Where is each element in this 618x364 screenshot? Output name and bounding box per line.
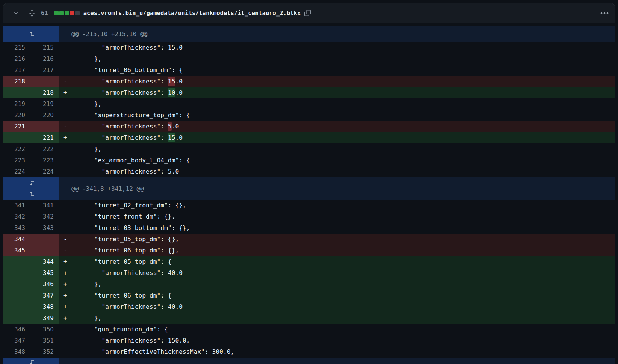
new-line-number[interactable]: 223 [27, 155, 54, 166]
new-line-number[interactable]: 346 [27, 279, 54, 290]
fold-down-icon [28, 359, 34, 364]
code-text: "turret_06_top_dm": { [72, 292, 172, 299]
code-line: "armorThickness": 15.0 [59, 42, 615, 53]
diff-marker: + [63, 256, 71, 267]
code-text: "armorThickness": [72, 78, 168, 85]
changed-word-highlight: 15 [168, 133, 175, 142]
new-line-number[interactable]: 220 [27, 110, 54, 121]
new-line-number[interactable]: 217 [27, 65, 54, 76]
old-line-number[interactable]: 348 [3, 346, 25, 358]
hunk-expander-column [3, 26, 59, 42]
code-line: + "armorThickness": 40.0 [59, 267, 615, 279]
line-number-gutter: 215215 [3, 42, 59, 53]
new-line-number[interactable]: 345 [27, 267, 54, 279]
new-line-number[interactable]: 352 [27, 346, 54, 358]
expand-down-button[interactable] [3, 177, 59, 189]
code-line: "superstructure_top_dm": { [59, 110, 615, 121]
old-line-number[interactable]: 347 [3, 335, 25, 346]
line-number-gutter: 221 [3, 132, 59, 143]
new-line-number[interactable]: 224 [27, 166, 54, 177]
old-line-number[interactable]: 345 [3, 245, 25, 256]
collapse-file-button[interactable] [12, 10, 19, 17]
new-line-number[interactable]: 348 [27, 301, 54, 313]
code-text: "turret_02_front_dm": {}, [72, 202, 186, 209]
copy-path-button[interactable] [304, 10, 311, 17]
line-number-gutter: 223223 [3, 155, 59, 166]
old-line-number[interactable]: 216 [3, 53, 25, 65]
code-text: "turret_front_dm": {}, [72, 213, 175, 220]
old-line-number[interactable]: 217 [3, 65, 25, 76]
diff-row: 215215 "armorThickness": 15.0 [3, 42, 615, 53]
new-line-number[interactable] [27, 121, 54, 132]
old-line-number[interactable]: 346 [3, 324, 25, 335]
old-line-number[interactable]: 219 [3, 98, 25, 110]
new-line-number[interactable]: 343 [27, 222, 54, 234]
diff-row: 345- "turret_06_top_dm": {}, [3, 245, 615, 256]
new-line-number[interactable]: 342 [27, 211, 54, 222]
old-line-number[interactable] [3, 132, 25, 143]
old-line-number[interactable] [3, 301, 25, 313]
diff-row: 220220 "superstructure_top_dm": { [3, 110, 615, 121]
old-line-number[interactable] [3, 87, 25, 98]
old-line-number[interactable]: 218 [3, 76, 25, 87]
new-line-number[interactable]: 216 [27, 53, 54, 65]
diff-row: 218+ "armorThickness": 10.0 [3, 87, 615, 98]
code-line: - "turret_05_top_dm": {}, [59, 234, 615, 245]
diff-row: 346350 "gun_trunnion_dm": { [3, 324, 615, 335]
new-line-number[interactable]: 351 [27, 335, 54, 346]
line-number-gutter: 344 [3, 234, 59, 245]
old-line-number[interactable] [3, 279, 25, 290]
new-line-number[interactable]: 349 [27, 313, 54, 324]
old-line-number[interactable]: 342 [3, 211, 25, 222]
new-line-number[interactable]: 341 [27, 200, 54, 211]
old-line-number[interactable] [3, 290, 25, 301]
expand-up-button[interactable] [3, 26, 59, 42]
old-line-number[interactable]: 343 [3, 222, 25, 234]
expand-all-hunks-button[interactable] [28, 9, 36, 17]
file-path[interactable]: aces.vromfs.bin_u/gamedata/units/tankmod… [83, 10, 301, 17]
file-options-button[interactable] [600, 9, 609, 17]
old-line-number[interactable] [3, 256, 25, 267]
kebab-horizontal-icon [600, 10, 609, 16]
code-text: .0 [175, 134, 183, 141]
new-line-number[interactable]: 350 [27, 324, 54, 335]
old-line-number[interactable]: 224 [3, 166, 25, 177]
old-line-number[interactable]: 221 [3, 121, 25, 132]
code-text: "turret_06_top_dm": {}, [72, 247, 179, 254]
new-line-number[interactable]: 347 [27, 290, 54, 301]
changed-word-highlight: 10 [168, 88, 175, 97]
line-number-gutter: 347 [3, 290, 59, 301]
code-text: "gun_trunnion_dm": { [72, 326, 168, 333]
old-line-number[interactable]: 223 [3, 155, 25, 166]
old-line-number[interactable]: 341 [3, 200, 25, 211]
expand-up-button[interactable] [3, 189, 59, 200]
new-line-number[interactable] [27, 245, 54, 256]
new-line-number[interactable]: 218 [27, 87, 54, 98]
old-line-number[interactable] [3, 267, 25, 279]
diff-row: 346+ }, [3, 279, 615, 290]
old-line-number[interactable]: 222 [3, 143, 25, 155]
new-line-number[interactable] [27, 234, 54, 245]
new-line-number[interactable]: 215 [27, 42, 54, 53]
new-line-number[interactable]: 222 [27, 143, 54, 155]
code-text: "turret_05_top_dm": { [72, 258, 172, 265]
expand-down-button[interactable] [3, 358, 59, 364]
changed-word-highlight: 5 [168, 122, 172, 131]
code-line: - "armorThickness": 5.0 [59, 121, 615, 132]
diff-row: 344+ "turret_05_top_dm": { [3, 256, 615, 267]
old-line-number[interactable]: 344 [3, 234, 25, 245]
new-line-number[interactable]: 221 [27, 132, 54, 143]
new-line-number[interactable]: 219 [27, 98, 54, 110]
old-line-number[interactable]: 215 [3, 42, 25, 53]
new-line-number[interactable] [27, 76, 54, 87]
diff-stat-square-neutral [75, 11, 80, 15]
old-line-number[interactable] [3, 313, 25, 324]
code-text: "armorThickness": 15.0 [72, 44, 183, 51]
diff-row: 222222 }, [3, 143, 615, 155]
new-line-number[interactable]: 344 [27, 256, 54, 267]
diff-row: 344- "turret_05_top_dm": {}, [3, 234, 615, 245]
diff-marker: - [63, 234, 71, 245]
old-line-number[interactable]: 220 [3, 110, 25, 121]
diff-row: 224224 "armorThickness": 5.0 [3, 166, 615, 177]
code-line: + }, [59, 279, 615, 290]
